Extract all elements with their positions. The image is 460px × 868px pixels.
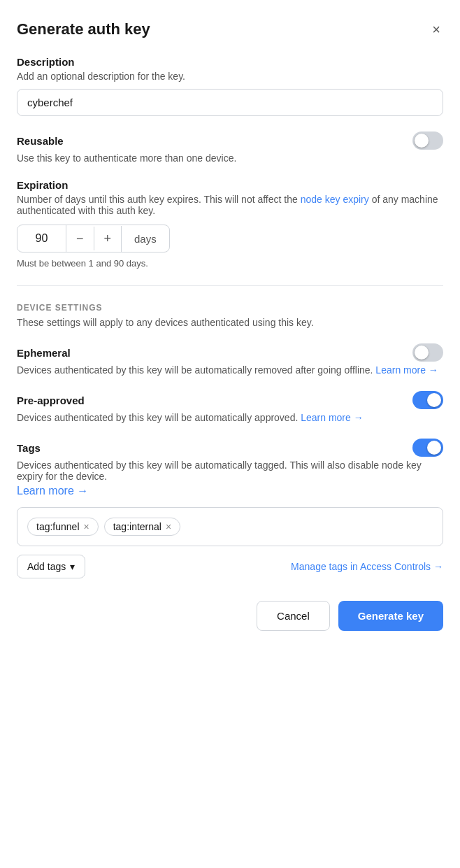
pre-approved-section: Pre-approved Devices authenticated by th… [17, 391, 443, 423]
tags-toggle[interactable] [412, 439, 443, 457]
pre-approved-toggle-thumb [427, 393, 441, 407]
add-tags-button[interactable]: Add tags ▾ [17, 555, 85, 578]
dialog-title: Generate auth key [17, 20, 150, 38]
node-key-expiry-link[interactable]: node key expiry [301, 194, 369, 205]
device-settings-heading: DEVICE SETTINGS [17, 303, 443, 313]
tags-section: Tags Devices authenticated by this key w… [17, 439, 443, 578]
tags-learn-more-wrapper: Learn more → [17, 485, 443, 497]
tags-toggle-track [412, 439, 443, 457]
expiration-desc-text1: Number of days until this auth key expir… [17, 194, 301, 205]
ephemeral-desc-text: Devices authenticated by this key will b… [17, 364, 375, 376]
tag-remove-button[interactable]: × [84, 522, 89, 532]
device-settings-desc: These settings will apply to any devices… [17, 317, 443, 328]
pre-approved-label: Pre-approved [17, 394, 85, 406]
expiry-control: 90 − + days [17, 225, 170, 252]
dialog-header: Generate auth key × [17, 20, 443, 39]
cancel-button[interactable]: Cancel [257, 601, 330, 631]
reusable-hint: Use this key to authenticate more than o… [17, 152, 443, 164]
reusable-row: Reusable [17, 131, 443, 150]
expiry-buttons: − + [66, 227, 121, 250]
tags-label: Tags [17, 442, 41, 454]
ephemeral-section: Ephemeral Devices authenticated by this … [17, 343, 443, 376]
ephemeral-toggle-track [412, 343, 443, 362]
pre-approved-toggle[interactable] [412, 391, 443, 409]
expiry-increase-button[interactable]: + [94, 227, 122, 250]
expiry-decrease-button[interactable]: − [66, 227, 94, 250]
ephemeral-row: Ephemeral [17, 343, 443, 362]
generate-key-button[interactable]: Generate key [338, 601, 443, 631]
expiry-control-wrapper: 90 − + days [17, 225, 443, 258]
tags-chips-container: tag:funnel×tag:internal× [17, 507, 443, 546]
ephemeral-label: Ephemeral [17, 347, 71, 359]
pre-approved-toggle-track [412, 391, 443, 409]
tags-desc: Devices authenticated by this key will b… [17, 460, 443, 482]
footer-buttons: Cancel Generate key [17, 601, 443, 631]
device-settings-section: DEVICE SETTINGS These settings will appl… [17, 303, 443, 578]
tag-chip-label: tag:internal [113, 521, 161, 532]
reusable-section: Reusable Use this key to authenticate mo… [17, 131, 443, 164]
chevron-down-icon: ▾ [70, 561, 75, 572]
description-hint: Add an optional description for the key. [17, 71, 443, 82]
tag-chip: tag:funnel× [27, 518, 99, 536]
expiry-value: 90 [17, 225, 66, 252]
ephemeral-toggle[interactable] [412, 343, 443, 362]
reusable-toggle-track [412, 131, 443, 150]
pre-approved-row: Pre-approved [17, 391, 443, 409]
ephemeral-toggle-thumb [415, 346, 429, 360]
reusable-toggle[interactable] [412, 131, 443, 150]
description-label: Description [17, 56, 443, 68]
section-divider [17, 285, 443, 286]
add-tags-label: Add tags [27, 561, 66, 572]
tag-chip-label: tag:funnel [36, 521, 80, 532]
expiration-label: Expiration [17, 179, 443, 191]
manage-tags-link[interactable]: Manage tags in Access Controls → [291, 561, 443, 572]
tag-remove-button[interactable]: × [166, 522, 171, 532]
pre-approved-desc: Devices authenticated by this key will b… [17, 412, 443, 423]
expiry-hint: Must be between 1 and 90 days. [17, 258, 443, 269]
tags-row: Tags [17, 439, 443, 457]
reusable-toggle-thumb [415, 134, 429, 148]
reusable-label: Reusable [17, 135, 64, 147]
tags-toggle-thumb [427, 441, 441, 455]
tags-learn-more-link[interactable]: Learn more → [17, 485, 88, 497]
tags-footer: Add tags ▾ Manage tags in Access Control… [17, 555, 443, 578]
expiry-unit: days [121, 226, 169, 252]
pre-approved-desc-text: Devices authenticated by this key will b… [17, 412, 301, 423]
pre-approved-learn-more-link[interactable]: Learn more → [301, 412, 363, 423]
ephemeral-learn-more-link[interactable]: Learn more → [375, 364, 438, 376]
expiration-section: Expiration Number of days until this aut… [17, 179, 443, 269]
description-section: Description Add an optional description … [17, 56, 443, 116]
tags-desc-text: Devices authenticated by this key will b… [17, 460, 422, 482]
ephemeral-desc: Devices authenticated by this key will b… [17, 364, 443, 376]
close-button[interactable]: × [429, 20, 443, 39]
description-input[interactable] [17, 89, 443, 116]
tag-chip: tag:internal× [104, 518, 180, 536]
expiration-desc: Number of days until this auth key expir… [17, 194, 443, 216]
